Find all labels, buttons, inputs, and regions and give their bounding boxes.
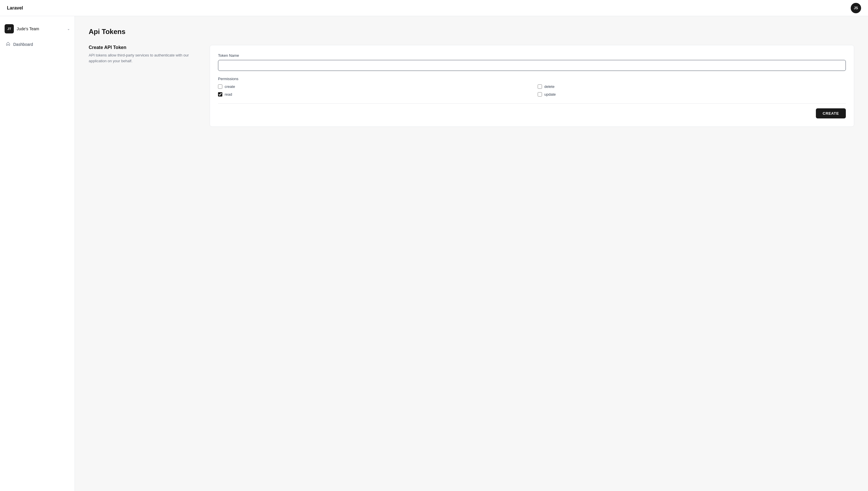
permission-read[interactable]: read	[218, 92, 526, 96]
sidebar-item-label-dashboard: Dashboard	[13, 42, 33, 47]
permission-update-checkbox[interactable]	[538, 92, 542, 96]
team-name: Jude's Team	[17, 27, 67, 31]
sidebar-item-dashboard[interactable]: Dashboard	[2, 39, 72, 50]
permission-read-checkbox[interactable]	[218, 92, 222, 96]
permissions-grid: create delete read update	[218, 84, 846, 96]
main-content: Api Tokens Create API Token API tokens a…	[75, 16, 868, 491]
permission-update[interactable]: update	[538, 92, 846, 96]
form-card: Token Name Permissions create delete re	[210, 45, 854, 127]
home-icon	[6, 41, 10, 47]
team-selector[interactable]: JT Jude's Team ⌄	[0, 22, 74, 36]
sidebar: JT Jude's Team ⌄ Dashboard	[0, 16, 75, 491]
page-title: Api Tokens	[89, 28, 854, 36]
create-button[interactable]: CREATE	[816, 108, 846, 118]
brand-title: Laravel	[7, 5, 23, 11]
sidebar-nav: Dashboard	[0, 39, 74, 50]
token-name-label: Token Name	[218, 53, 846, 58]
permissions-label: Permissions	[218, 77, 846, 81]
topnav: Laravel JS	[0, 0, 868, 16]
section-desc: API tokens allow third-party services to…	[89, 53, 198, 64]
left-panel: Create API Token API tokens allow third-…	[89, 45, 198, 127]
token-name-input[interactable]	[218, 60, 846, 71]
layout: JT Jude's Team ⌄ Dashboard Api Tokens Cr…	[0, 16, 868, 491]
section-title: Create API Token	[89, 45, 198, 50]
permission-create[interactable]: create	[218, 84, 526, 89]
permission-create-checkbox[interactable]	[218, 84, 222, 89]
chevron-down-icon: ⌄	[67, 27, 70, 31]
user-avatar[interactable]: JS	[851, 3, 861, 13]
permission-delete-label: delete	[544, 84, 554, 89]
team-logo: JT	[5, 24, 14, 33]
permission-update-label: update	[544, 92, 556, 96]
permission-create-label: create	[225, 84, 235, 89]
content-row: Create API Token API tokens allow third-…	[89, 45, 854, 127]
permission-read-label: read	[225, 92, 232, 96]
permission-delete[interactable]: delete	[538, 84, 846, 89]
form-footer: CREATE	[218, 104, 846, 118]
permission-delete-checkbox[interactable]	[538, 84, 542, 89]
